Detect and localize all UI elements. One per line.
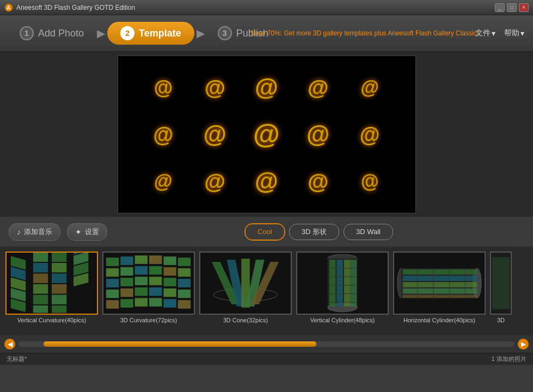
svg-rect-10 (33, 273, 48, 283)
step-arrow-2: ▶ (197, 27, 205, 40)
step-1-number: 1 (20, 26, 34, 40)
svg-rect-36 (178, 268, 191, 277)
titlebar: A Aneesoft 3D Flash Gallery GOTD Edition… (0, 0, 533, 15)
step-2-label: Template (139, 28, 181, 39)
at-symbol-2: @ (204, 75, 225, 100)
template-item-3d-cone[interactable]: 3D Cone(32pics) (199, 252, 292, 323)
svg-rect-16 (52, 273, 66, 283)
tab-3d-shape-label: 3D 形状 (302, 228, 327, 236)
svg-rect-35 (163, 267, 176, 276)
svg-rect-9 (33, 263, 48, 273)
template-label-extra: 3D (490, 317, 512, 323)
statusbar-filename: 无标题* (7, 355, 27, 363)
promo-banner[interactable]: Save 70%: Get more 3D gallery templates … (250, 29, 479, 37)
scroll-thumb[interactable] (44, 341, 316, 347)
svg-rect-11 (33, 284, 48, 294)
svg-text:A: A (7, 5, 10, 11)
close-button[interactable]: × (519, 3, 529, 12)
svg-rect-54 (178, 300, 191, 309)
template-gallery: Vertical Curvature(40pics) (0, 247, 533, 335)
add-music-label: 添加音乐 (24, 227, 52, 237)
at-symbol-9: @ (307, 121, 329, 149)
menu-area: 文件 ▾ 帮助 ▾ (475, 28, 524, 38)
help-menu-label: 帮助 (504, 28, 519, 38)
svg-rect-51 (135, 298, 148, 307)
svg-rect-52 (149, 298, 162, 307)
toolbar: ♪ 添加音乐 ✦ 设置 Cool 3D 形状 3D Wall (0, 217, 533, 247)
app-title: Aneesoft 3D Flash Gallery GOTD Edition (16, 4, 495, 11)
svg-rect-14 (52, 252, 66, 262)
svg-rect-8 (33, 252, 48, 262)
template-item-horizontal-cylinder[interactable]: Horizontal Cylinder(40pics) (393, 252, 486, 323)
file-menu-arrow: ▾ (492, 29, 495, 38)
tab-3d-shape[interactable]: 3D 形状 (289, 224, 339, 240)
svg-rect-53 (163, 299, 176, 308)
template-thumb-vertical-cylinder (296, 252, 389, 315)
window-controls[interactable]: _ □ × (495, 3, 529, 12)
at-symbol-8: @ (253, 119, 280, 150)
at-symbol-14: @ (308, 169, 329, 194)
template-label-vertical-cylinder: Vertical Cylinder(48pics) (296, 317, 389, 323)
at-symbol-5: @ (360, 76, 380, 99)
template-thumb-3d-curvature (102, 252, 195, 315)
step-1-add-photo[interactable]: 1 Add Photo (9, 21, 95, 46)
at-symbol-15: @ (360, 170, 380, 193)
template-item-vertical-curvature[interactable]: Vertical Curvature(40pics) (5, 252, 98, 323)
template-thumb-vertical-curvature (5, 252, 98, 315)
scroll-right-button[interactable]: ▶ (518, 339, 529, 350)
svg-rect-80 (403, 275, 477, 281)
template-item-extra[interactable]: 3D (490, 252, 512, 323)
at-symbol-6: @ (153, 122, 173, 148)
app-icon: A (4, 3, 13, 12)
svg-rect-31 (106, 268, 119, 277)
svg-rect-19 (52, 305, 66, 313)
svg-rect-50 (120, 299, 133, 308)
at-symbol-7: @ (204, 121, 226, 149)
svg-rect-68 (344, 260, 351, 307)
help-menu[interactable]: 帮助 ▾ (504, 28, 524, 38)
statusbar-photo-count: 1 添加的照片 (492, 355, 526, 363)
maximize-button[interactable]: □ (507, 3, 517, 12)
svg-rect-66 (329, 260, 336, 307)
template-item-3d-curvature[interactable]: 3D Curvature(72pics) (102, 252, 195, 323)
tab-cool[interactable]: Cool (245, 224, 285, 240)
svg-rect-42 (178, 279, 191, 287)
template-label-3d-curvature: 3D Curvature(72pics) (102, 317, 195, 323)
scroll-left-button[interactable]: ◀ (4, 339, 15, 350)
template-label-horizontal-cylinder: Horizontal Cylinder(40pics) (393, 317, 486, 323)
settings-icon: ✦ (75, 228, 82, 236)
template-thumb-extra (490, 252, 512, 315)
template-thumb-3d-cone (199, 252, 292, 315)
svg-rect-46 (149, 287, 162, 296)
step-1-label: Add Photo (38, 28, 84, 39)
step-arrow-1: ▶ (97, 27, 105, 40)
svg-rect-13 (33, 305, 48, 313)
svg-rect-18 (52, 295, 66, 304)
template-label-vertical-curvature: Vertical Curvature(40pics) (5, 317, 98, 323)
at-symbol-13: @ (255, 168, 279, 195)
tab-3d-wall-label: 3D Wall (356, 228, 381, 236)
file-menu[interactable]: 文件 ▾ (475, 28, 495, 38)
step-2-template[interactable]: 2 Template (107, 22, 194, 45)
svg-rect-27 (135, 255, 148, 264)
settings-label: 设置 (85, 227, 99, 237)
svg-rect-30 (178, 258, 191, 266)
preview-right-fade (500, 52, 533, 217)
help-menu-arrow: ▾ (520, 29, 524, 38)
template-item-vertical-cylinder[interactable]: Vertical Cylinder(48pics) (296, 252, 389, 323)
settings-button[interactable]: ✦ 设置 (67, 223, 107, 241)
minimize-button[interactable]: _ (495, 3, 505, 12)
step-3-number: 3 (218, 26, 232, 40)
music-icon: ♪ (17, 228, 21, 236)
tab-3d-wall[interactable]: 3D Wall (344, 224, 393, 240)
scroll-track[interactable] (19, 341, 514, 347)
svg-rect-25 (106, 258, 119, 266)
svg-rect-48 (178, 290, 191, 298)
svg-rect-45 (135, 287, 148, 296)
svg-rect-37 (106, 279, 119, 287)
svg-rect-89 (492, 257, 510, 309)
add-music-button[interactable]: ♪ 添加音乐 (9, 223, 60, 241)
svg-rect-32 (120, 267, 133, 276)
at-symbol-3: @ (255, 74, 279, 101)
category-tabs: Cool 3D 形状 3D Wall (245, 224, 393, 240)
